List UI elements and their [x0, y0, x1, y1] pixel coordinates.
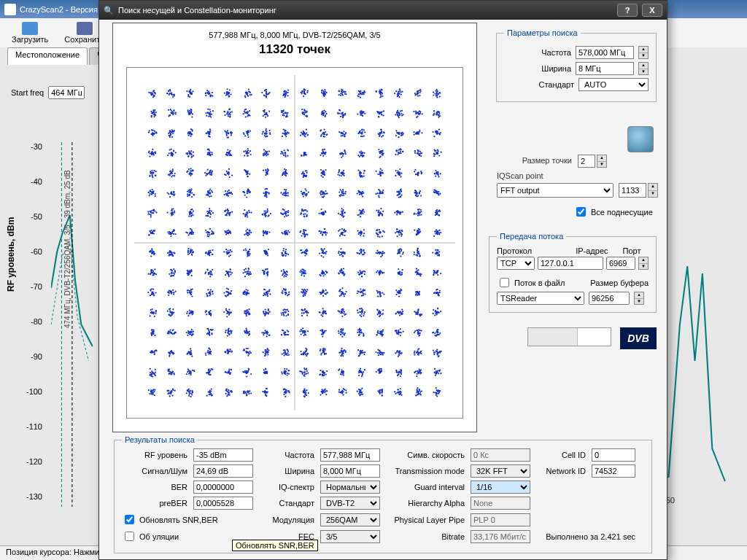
svg-point-1388 — [381, 172, 382, 174]
guard-value[interactable]: 1/16 — [471, 481, 530, 494]
svg-point-2377 — [212, 254, 213, 255]
svg-point-1351 — [342, 172, 344, 174]
svg-point-3542 — [225, 332, 226, 333]
svg-point-3759 — [150, 351, 151, 353]
tab-location[interactable]: Местоположение — [7, 47, 88, 65]
svg-point-364 — [231, 111, 233, 112]
svg-point-1038 — [322, 155, 324, 157]
svg-point-1319 — [320, 175, 322, 176]
dialog-titlebar[interactable]: 🔍 Поиск несущей и Constellation-монитори… — [99, 1, 667, 20]
svg-point-3440 — [419, 314, 420, 315]
rstd-value[interactable]: DVB-T2 — [320, 497, 380, 510]
svg-point-1508 — [209, 192, 211, 193]
svg-point-1819 — [225, 214, 227, 216]
svg-point-1262 — [247, 176, 249, 177]
allsubcarriers-check[interactable]: Все поднесущие — [573, 205, 653, 219]
svg-point-3166 — [439, 289, 441, 291]
start-freq-input[interactable] — [48, 86, 85, 99]
svg-point-107 — [251, 94, 252, 96]
svg-point-615 — [188, 135, 190, 136]
std-select[interactable]: AUTO — [578, 78, 649, 91]
svg-point-3656 — [340, 329, 341, 330]
svg-point-2898 — [152, 292, 153, 293]
svg-point-3019 — [288, 294, 290, 295]
svg-point-1136 — [420, 155, 422, 157]
svg-point-974 — [248, 152, 249, 153]
svg-point-3080 — [338, 290, 340, 292]
svg-point-1372 — [380, 168, 382, 170]
svg-point-1208 — [193, 170, 194, 171]
svg-point-3026 — [282, 292, 283, 294]
svg-point-4507 — [345, 389, 347, 391]
close-button[interactable]: X — [642, 4, 662, 17]
rfreq-value[interactable] — [320, 448, 380, 462]
svg-point-1647 — [359, 194, 360, 195]
cellid-value[interactable] — [592, 448, 635, 462]
mod-value[interactable]: 256QAM — [320, 513, 380, 526]
svg-point-3404 — [381, 314, 382, 315]
svg-point-1527 — [225, 193, 227, 195]
iqscan-spin[interactable]: ▲▼ — [648, 183, 658, 198]
svg-point-2117 — [250, 232, 252, 233]
svg-point-4517 — [343, 388, 344, 389]
reader-select[interactable]: TSReader — [497, 292, 584, 305]
proto-select[interactable]: TCP — [497, 257, 535, 270]
ber-value[interactable] — [193, 481, 253, 494]
svg-point-2395 — [227, 252, 228, 253]
help-button[interactable]: ? — [617, 4, 638, 17]
buf-spin[interactable]: ▲▼ — [634, 292, 644, 305]
iqscan-num-input[interactable] — [619, 183, 646, 198]
svg-point-3277 — [246, 312, 247, 314]
width-input[interactable] — [576, 62, 634, 75]
update-snr-check[interactable] — [125, 515, 134, 524]
svg-point-177 — [325, 90, 326, 92]
svg-point-1411 — [414, 169, 416, 171]
tmode-value[interactable]: 32K FFT — [471, 464, 530, 478]
buf-input[interactable] — [589, 292, 630, 305]
iqspec-value[interactable]: Нормальный — [320, 481, 380, 494]
svg-point-416 — [266, 114, 267, 115]
svg-point-138 — [287, 89, 289, 90]
svg-point-1705 — [420, 195, 422, 196]
iqscan-select[interactable]: FFT output — [497, 183, 614, 198]
svg-point-1298 — [285, 171, 286, 172]
load-button[interactable]: Загрузить — [7, 20, 53, 45]
freq-input[interactable] — [576, 46, 634, 59]
svg-point-3889 — [285, 354, 286, 355]
svg-point-332 — [189, 110, 190, 112]
rf-value[interactable] — [193, 448, 253, 462]
globe-icon[interactable] — [627, 126, 654, 152]
constellation-area[interactable] — [126, 67, 463, 419]
stream-transfer-fieldset: Передача потока Протокол IP-адрес Порт T… — [489, 232, 657, 313]
svg-point-2529 — [376, 250, 378, 252]
preber-value[interactable] — [193, 497, 253, 510]
snr-value[interactable] — [193, 464, 253, 478]
svg-point-1005 — [287, 149, 288, 151]
svg-point-3005 — [263, 292, 265, 294]
pointsize-spin[interactable]: ▲▼ — [597, 155, 607, 168]
pointsize-input[interactable] — [578, 155, 595, 168]
port-input[interactable] — [606, 257, 635, 270]
update2-check[interactable] — [125, 532, 134, 541]
svg-point-3976 — [382, 354, 384, 356]
svg-point-3040 — [304, 295, 306, 296]
svg-point-2178 — [300, 230, 301, 232]
port-spin[interactable]: ▲▼ — [638, 257, 649, 270]
allsubcarriers-input[interactable] — [576, 207, 586, 217]
svg-point-3991 — [400, 353, 401, 354]
rwidth-value[interactable] — [320, 464, 380, 478]
svg-point-584 — [152, 130, 154, 131]
tofile-check[interactable] — [500, 278, 509, 287]
svg-point-2828 — [377, 271, 379, 272]
svg-point-2334 — [174, 252, 175, 254]
ip-input[interactable] — [538, 257, 603, 270]
freq-spin[interactable]: ▲▼ — [638, 46, 649, 59]
svg-point-2774 — [322, 273, 324, 274]
svg-point-2286 — [416, 233, 417, 235]
fec-value[interactable]: 3/5 — [320, 530, 380, 543]
width-spin[interactable]: ▲▼ — [638, 62, 649, 75]
svg-point-3869 — [267, 351, 268, 352]
netid-value[interactable] — [592, 464, 635, 478]
svg-point-1061 — [342, 155, 344, 157]
svg-point-4022 — [433, 350, 434, 351]
